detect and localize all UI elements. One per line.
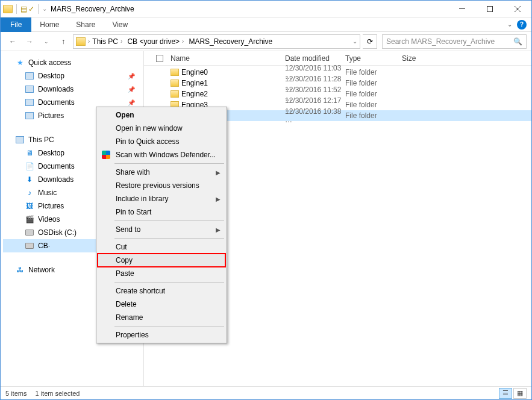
ribbon-tab-home[interactable]: Home	[31, 17, 67, 32]
context-menu-item[interactable]: Create shortcut	[98, 284, 225, 298]
select-all-checkbox[interactable]	[156, 55, 163, 62]
pin-icon: 📌	[128, 99, 135, 106]
chevron-right-icon[interactable]: ›	[120, 38, 122, 45]
context-menu-item[interactable]: Rename	[98, 311, 225, 324]
menu-separator	[114, 326, 224, 327]
breadcrumb-seg: MARS_Recovery_Archive	[186, 37, 275, 46]
menu-separator	[114, 238, 224, 239]
chevron-right-icon[interactable]: ›	[182, 38, 184, 45]
defender-icon	[101, 150, 111, 160]
col-size[interactable]: Size	[402, 54, 432, 63]
svg-rect-1	[487, 6, 493, 11]
item-icon	[25, 241, 34, 251]
col-name[interactable]: Name	[171, 54, 285, 63]
pin-icon: 📌	[128, 86, 135, 93]
folder-icon	[171, 80, 179, 87]
item-icon: ⬇	[25, 175, 34, 184]
addressbar: ← → ⌄ ↑ › This PC› CB <your drive>› MARS…	[1, 32, 531, 51]
sidebar-quick-access[interactable]: ★ Quick access	[3, 56, 141, 69]
recent-dropdown[interactable]: ⌄	[39, 34, 54, 49]
search-input[interactable]	[386, 37, 522, 46]
menu-separator	[114, 282, 224, 283]
search-box[interactable]: 🔍	[382, 34, 527, 49]
statusbar: 5 items 1 item selected ☰ ▦	[1, 386, 531, 399]
chevron-right-icon: ▶	[216, 227, 221, 233]
context-menu-item[interactable]: Open	[98, 108, 225, 122]
breadcrumb-seg: This PC›	[90, 37, 125, 46]
status-count: 5 items	[5, 390, 27, 397]
pc-icon	[15, 135, 25, 145]
col-type[interactable]: Type	[345, 54, 402, 63]
chevron-right-icon: ▶	[216, 196, 221, 202]
item-icon: ♪	[25, 188, 34, 198]
folder-icon	[171, 90, 179, 98]
item-icon: 🖥	[25, 148, 34, 158]
context-menu-item[interactable]: Paste	[98, 267, 225, 280]
context-menu-item[interactable]: Properties	[98, 328, 225, 342]
folder-icon	[171, 69, 179, 76]
minimize-button[interactable]	[448, 1, 476, 17]
context-menu-item[interactable]: Send to▶	[98, 223, 225, 236]
doc-icon: ▤	[20, 5, 27, 13]
titlebar: ▤ ✓ ⌄ MARS_Recovery_Archive	[1, 1, 531, 17]
search-icon[interactable]: 🔍	[513, 37, 522, 46]
ribbon-tab-share[interactable]: Share	[67, 17, 104, 32]
ribbon-tab-view[interactable]: View	[104, 17, 136, 32]
folder-icon	[76, 37, 86, 46]
refresh-button[interactable]: ⟳	[363, 34, 377, 49]
status-selected: 1 item selected	[35, 390, 80, 397]
ribbon: File Home Share View ⌄ ?	[1, 17, 531, 32]
file-tab[interactable]: File	[1, 17, 31, 32]
chevron-right-icon: ▶	[216, 169, 221, 176]
overflow-icon[interactable]: ⌄	[42, 5, 47, 12]
context-menu-item[interactable]: Open in new window	[98, 122, 225, 135]
context-menu-item[interactable]: Copy	[98, 254, 225, 267]
titlebar-quick-icons: ▤ ✓ ⌄	[1, 4, 47, 14]
col-date[interactable]: Date modified	[285, 54, 345, 63]
close-button[interactable]	[504, 1, 531, 17]
context-menu-item[interactable]: Pin to Start	[98, 205, 225, 219]
svg-rect-0	[459, 8, 465, 9]
sidebar-item[interactable]: Desktop📌	[3, 69, 141, 83]
folder-icon	[25, 111, 34, 120]
chevron-down-icon[interactable]: ⌄	[507, 21, 512, 28]
context-menu-item[interactable]: Scan with Windows Defender...	[98, 148, 225, 161]
folder-icon	[25, 71, 34, 81]
divider	[38, 4, 39, 14]
menu-separator	[114, 220, 224, 221]
breadcrumb-seg: CB <your drive>›	[125, 37, 186, 46]
view-large-button[interactable]: ▦	[513, 388, 527, 399]
forward-button[interactable]: →	[22, 34, 37, 49]
context-menu-item[interactable]: Restore previous versions	[98, 179, 225, 192]
folder-icon	[25, 84, 34, 94]
network-icon: 🖧	[15, 265, 25, 275]
context-menu-item[interactable]: Share with▶	[98, 166, 225, 179]
folder-icon	[3, 5, 13, 13]
item-icon: 🖼	[25, 201, 34, 211]
item-icon: 🎬	[25, 214, 34, 224]
divider	[16, 4, 17, 14]
help-icon[interactable]: ?	[517, 20, 527, 30]
sidebar-item[interactable]: Downloads📌	[3, 83, 141, 96]
maximize-button[interactable]	[476, 1, 504, 17]
pin-icon: 📌	[128, 73, 135, 80]
menu-separator	[114, 163, 224, 164]
chevron-down-icon[interactable]: ⌄	[352, 38, 357, 45]
folder-icon	[25, 98, 34, 107]
item-icon	[25, 228, 34, 237]
context-menu-item[interactable]: Pin to Quick access	[98, 135, 225, 148]
check-icon: ✓	[28, 5, 34, 13]
context-menu: OpenOpen in new windowPin to Quick acces…	[96, 107, 227, 343]
window-title: MARS_Recovery_Archive	[51, 5, 134, 13]
context-menu-item[interactable]: Delete	[98, 298, 225, 311]
context-menu-item[interactable]: Include in library▶	[98, 192, 225, 205]
context-menu-item[interactable]: Cut	[98, 240, 225, 254]
view-details-button[interactable]: ☰	[499, 388, 512, 399]
item-icon: 📄	[25, 161, 34, 171]
breadcrumb[interactable]: › This PC› CB <your drive>› MARS_Recover…	[73, 34, 360, 49]
window-controls	[448, 1, 531, 17]
up-button[interactable]: ↑	[56, 34, 70, 49]
star-icon: ★	[15, 58, 25, 67]
back-button[interactable]: ←	[5, 34, 20, 49]
